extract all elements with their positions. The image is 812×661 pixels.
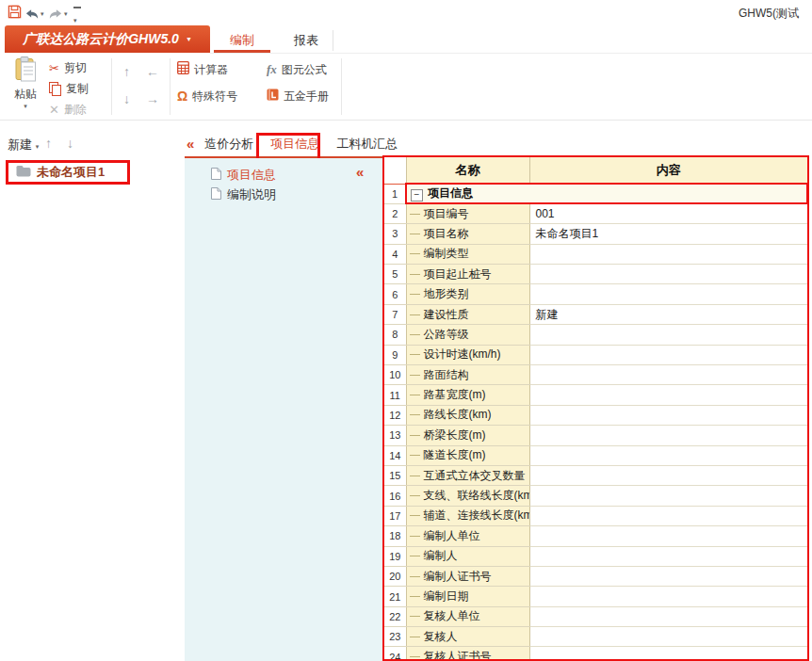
field-name-cell[interactable]: 项目编号: [406, 203, 529, 223]
app-menu-button[interactable]: 广联达公路云计价GHW5.0 ▼: [5, 25, 210, 53]
table-row: 8公路等级: [384, 325, 807, 345]
field-name: 编制人证书号: [424, 570, 492, 583]
hardware-manual-button[interactable]: 五金手册: [267, 89, 329, 104]
field-name-cell[interactable]: 建设性质: [406, 304, 529, 324]
tree-line: [410, 435, 420, 436]
save-icon[interactable]: [8, 5, 22, 23]
customize-toolbar-icon[interactable]: ▾: [73, 7, 81, 26]
field-value-cell[interactable]: 001: [529, 203, 807, 223]
field-name-cell[interactable]: 编制日期: [406, 587, 529, 606]
table-row: 7建设性质新建: [384, 304, 807, 324]
cut-button[interactable]: ✂ 剪切: [49, 60, 87, 75]
redo-dropdown-icon[interactable]: ▾: [64, 10, 68, 17]
element-formula-button[interactable]: fx 图元公式: [267, 62, 327, 77]
field-name-cell[interactable]: 桥梁长度(m): [406, 426, 529, 445]
field-name-cell[interactable]: 编制人证书号: [406, 566, 529, 586]
field-value-cell[interactable]: [529, 486, 807, 506]
collapse-left-panel-icon[interactable]: «: [187, 137, 194, 151]
collapse-info-tree-icon[interactable]: «: [356, 166, 364, 179]
info-tree-item-project-info[interactable]: 项目信息: [211, 167, 276, 184]
panel-tab-strip: « 造价分析 项目信息 工料机汇总: [185, 132, 384, 158]
tree-line: [410, 576, 420, 577]
field-name-cell[interactable]: 公路等级: [406, 325, 529, 345]
row-number: 24: [384, 647, 406, 661]
field-name: 支线、联络线长度(km): [424, 489, 530, 502]
group-row-cell[interactable]: −项目信息: [406, 184, 807, 203]
field-name-cell[interactable]: 编制人: [406, 546, 529, 566]
field-value-cell[interactable]: 未命名项目1: [529, 224, 807, 244]
field-name: 编制人: [424, 549, 458, 562]
field-value-cell[interactable]: [529, 405, 807, 425]
field-value-cell[interactable]: [529, 546, 807, 566]
panel-tab-project-info[interactable]: 项目信息: [262, 136, 328, 153]
field-name-cell[interactable]: 设计时速(km/h): [406, 345, 529, 364]
field-value-cell[interactable]: [529, 566, 807, 586]
name-column-header[interactable]: 名称: [406, 157, 529, 184]
field-value-cell[interactable]: [529, 265, 807, 284]
move-left-icon[interactable]: ←: [146, 64, 159, 79]
calculator-button[interactable]: 计算器: [177, 62, 228, 77]
field-value-cell[interactable]: [529, 325, 807, 345]
field-value-cell[interactable]: [529, 345, 807, 364]
field-value-cell[interactable]: [529, 365, 807, 385]
field-value-cell[interactable]: [529, 587, 807, 606]
row-number: 21: [384, 587, 406, 606]
move-right-icon[interactable]: →: [146, 91, 159, 106]
project-up-icon[interactable]: ↑: [45, 136, 52, 151]
field-value-cell[interactable]: 新建: [529, 304, 807, 324]
tree-line: [410, 314, 420, 315]
x-icon: ✕: [49, 103, 59, 117]
field-name-cell[interactable]: 互通式立体交叉数量: [406, 465, 529, 485]
field-value-cell[interactable]: [529, 506, 807, 525]
field-value-cell[interactable]: [529, 627, 807, 647]
field-name-cell[interactable]: 编制类型: [406, 244, 529, 264]
undo-dropdown-icon[interactable]: ▾: [41, 10, 44, 17]
field-name-cell[interactable]: 路线长度(km): [406, 405, 529, 425]
field-value-cell[interactable]: [529, 647, 807, 661]
table-row: 20编制人证书号: [384, 566, 807, 586]
field-name-cell[interactable]: 隧道长度(m): [406, 445, 529, 465]
field-name-cell[interactable]: 编制人单位: [406, 526, 529, 546]
field-name-cell[interactable]: 辅道、连接线长度(km): [406, 506, 529, 525]
field-value-cell[interactable]: [529, 445, 807, 465]
special-symbols-button[interactable]: Ω 特殊符号: [177, 89, 237, 104]
field-value-cell[interactable]: [529, 244, 807, 264]
content-column-header[interactable]: 内容: [529, 157, 807, 184]
field-name-cell[interactable]: 路面结构: [406, 365, 529, 385]
field-value-cell[interactable]: [529, 426, 807, 445]
panel-tab-cost-analysis[interactable]: 造价分析: [196, 136, 262, 153]
new-project-button[interactable]: 新建 ▾: [8, 137, 39, 153]
delete-button[interactable]: ✕ 删除: [49, 102, 87, 117]
info-tree-item-compilation-notes[interactable]: 编制说明: [211, 186, 276, 203]
field-value-cell[interactable]: [529, 284, 807, 304]
project-down-icon[interactable]: ↓: [67, 136, 73, 151]
copy-button[interactable]: 复制: [49, 81, 89, 96]
project-tree-item[interactable]: 未命名项目1: [6, 160, 130, 185]
move-up-icon[interactable]: ↑: [123, 64, 130, 79]
paste-button[interactable]: 粘贴 ▾: [6, 56, 45, 115]
row-number: 4: [384, 244, 406, 264]
undo-icon[interactable]: [25, 7, 39, 24]
chevron-down-icon: ▾: [36, 143, 40, 150]
field-name-cell[interactable]: 项目名称: [406, 224, 529, 244]
field-name-cell[interactable]: 项目起止桩号: [406, 265, 529, 284]
field-value-cell[interactable]: [529, 465, 807, 485]
title-bar: ▾ ▾ ▾ GHW5(测试: [0, 0, 812, 25]
field-name-cell[interactable]: 路基宽度(m): [406, 385, 529, 405]
field-value-cell[interactable]: [529, 606, 807, 626]
project-tree-panel: 未命名项目1: [0, 158, 185, 661]
field-name-cell[interactable]: 支线、联络线长度(km): [406, 486, 529, 506]
redo-icon[interactable]: [49, 7, 62, 24]
field-name-cell[interactable]: 复核人: [406, 627, 529, 647]
chevron-down-icon: ▼: [186, 36, 192, 42]
paste-dropdown-icon: ▾: [6, 103, 45, 109]
field-name-cell[interactable]: 复核人证书号: [406, 647, 529, 661]
panel-tab-material-summary[interactable]: 工料机汇总: [328, 136, 406, 153]
field-value-cell[interactable]: [529, 385, 807, 405]
main-tab-report[interactable]: 报表: [280, 28, 333, 53]
field-name-cell[interactable]: 复核人单位: [406, 606, 529, 626]
field-name-cell[interactable]: 地形类别: [406, 284, 529, 304]
collapse-group-icon[interactable]: −: [411, 189, 423, 202]
field-value-cell[interactable]: [529, 526, 807, 546]
move-down-icon[interactable]: ↓: [123, 91, 130, 106]
